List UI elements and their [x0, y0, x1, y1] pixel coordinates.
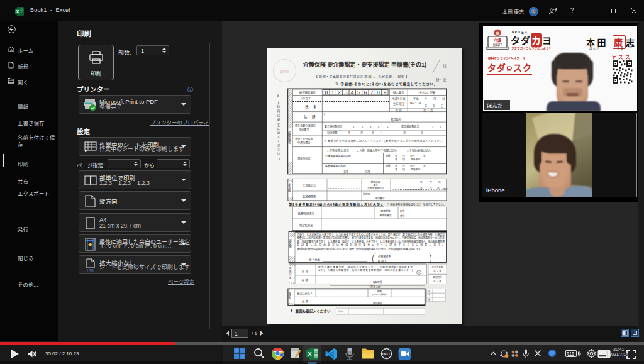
svg-text:診察済自: 診察済自	[371, 180, 380, 184]
svg-text:審査会による判定結果・意見及び主治医意見書を、居宅介護支援事: 審査会による判定結果・意見及び主治医意見書を、居宅介護支援事業者、地域包括支援セ…	[297, 236, 445, 240]
svg-text:〔担当:CM〕: 〔担当:CM〕	[368, 285, 382, 289]
svg-text:住所: 住所	[365, 170, 370, 174]
svg-text:名 称: 名 称	[302, 269, 309, 273]
svg-text:年 ・ 無: 年 ・ 無	[433, 280, 441, 283]
svg-text:被保険者証: 被保険者証	[380, 214, 392, 217]
svg-text:医療機関名: 医療機関名	[303, 194, 316, 199]
svg-text:2 入院・施設入所中(下の欄に記入): 2 入院・施設入所中(下の欄に記入)	[357, 148, 397, 152]
svg-text:(更新申請の場合のみ) 申請から30日以内に認定されない場合: (更新申請の場合のみ) 申請から30日以内に認定されない場合、処分の延期通知等内…	[297, 247, 423, 251]
svg-text:5: 5	[357, 89, 360, 96]
svg-text:氏 名: 氏 名	[305, 104, 319, 109]
svg-text:代理者氏名: 代理者氏名	[378, 255, 391, 259]
svg-text:老人氏名: 老人氏名	[309, 257, 320, 262]
svg-text:調査同伴: 調査同伴	[433, 275, 442, 279]
svg-text:0: 0	[325, 89, 328, 96]
svg-text:年: 年	[425, 96, 428, 101]
svg-text:年: 年	[423, 154, 426, 157]
svg-text:〒: 〒	[323, 113, 326, 116]
svg-text:居宅介護支援事業者・地域包括支援センター・介護保険施設(地域: 居宅介護支援事業者・地域包括支援センター・介護保険施設(地域密着型	[318, 265, 413, 268]
svg-text:年: 年	[420, 180, 423, 184]
svg-text:送付先変更: 送付先変更	[432, 265, 443, 268]
svg-text:※ 申請書(その1)と(その2)をあわせて提出してください。: ※ 申請書(その1)と(その2)をあわせて提出してください。	[335, 82, 437, 87]
svg-text:被保険者番号: 被保険者番号	[299, 91, 316, 95]
svg-text:介護サービス計画又は介護予防サービス計画を作成するために必要: 介護サービス計画又は介護予防サービス計画を作成するために必要があるときは、要介護…	[297, 233, 445, 236]
svg-text:月: 月	[402, 154, 405, 157]
svg-text:(本人との関係): (本人との関係)	[372, 293, 387, 296]
svg-text:7: 7	[370, 89, 374, 96]
svg-text:続柄: 続柄	[377, 290, 382, 293]
svg-text:申請年月日: 申請年月日	[392, 96, 405, 101]
svg-text:主治医氏名: 主治医氏名	[303, 183, 316, 187]
svg-text:付: 付	[443, 63, 447, 69]
svg-text:介護: 介護	[493, 38, 502, 43]
svg-text:月: 月	[403, 131, 406, 135]
svg-text:日: 日	[437, 187, 440, 189]
svg-text:受付印: 受付印	[280, 69, 289, 74]
svg-text:年: 年	[395, 164, 397, 167]
svg-text:の結果等: の結果等	[299, 128, 309, 131]
svg-text:9: 9	[384, 89, 387, 96]
svg-text:要支援状態区分: 要支援状態区分	[401, 124, 419, 128]
svg-text:8: 8	[377, 89, 380, 96]
svg-text:頃: 頃	[402, 168, 405, 171]
svg-text:個人番号: 個人番号	[393, 91, 404, 95]
svg-text:所在地: 所在地	[363, 192, 370, 196]
svg-text:介護保険施設等の名称: 介護保険施設等の名称	[325, 154, 351, 158]
svg-text:1 自宅(在宅)に居住: 1 自宅(在宅)に居住	[327, 148, 349, 152]
svg-text:申請の理由: 申請の理由	[297, 141, 310, 145]
svg-text:【 新規・至支援者の要介護認定(新規) 、 区分変更 、 更: 【 新規・至支援者の要介護認定(新規) 、 区分変更 、 更新 】	[314, 74, 409, 79]
svg-text:窓口に来た人: 窓口に来た人	[297, 291, 313, 295]
svg-text:(その2)に記載: (その2)に記載	[419, 91, 436, 95]
svg-text:被保険者: 被保険者	[287, 131, 291, 145]
svg-text:日〜: 日〜	[410, 155, 415, 157]
svg-text:第2号被保険者(40歳から64歳の医療保険加入者)のみ記入: 第2号被保険者(40歳から64歳の医療保険加入者)のみ記入	[289, 202, 383, 207]
svg-text:1: 1	[331, 89, 335, 96]
svg-text:無料IT: 無料IT	[493, 43, 502, 47]
svg-text:生年月日: 生年月日	[393, 102, 404, 106]
svg-text:年: 年	[425, 104, 428, 108]
svg-text:性 別: 性 別	[396, 108, 402, 113]
svg-text:電話番号: 電話番号	[375, 197, 385, 200]
svg-text:記号: 記号	[400, 209, 405, 212]
svg-text:6: 6	[364, 89, 367, 96]
svg-text:平成: 平成	[413, 96, 419, 101]
svg-text:フリガナ: フリガナ	[300, 96, 311, 101]
svg-text:介護保険 要介護認定・要支援認定 申請書(その1): 介護保険 要介護認定・要支援認定 申請書(その1)	[303, 61, 426, 68]
svg-text:主治医: 主治医	[287, 182, 291, 192]
svg-text:電話番号: 電話番号	[391, 118, 401, 122]
svg-text:男 ・ 女: 男 ・ 女	[423, 108, 433, 113]
svg-text:期間: 期間	[386, 164, 391, 167]
svg-text:申請者: 申請者	[288, 291, 291, 300]
svg-text:〜: 〜	[380, 131, 383, 135]
svg-text:月: 月	[395, 158, 397, 161]
svg-text:年 ・ 無: 年 ・ 無	[433, 270, 441, 273]
svg-text:月: 月	[430, 186, 432, 189]
svg-text:続 柄 (: 続 柄 (	[378, 259, 386, 263]
svg-text:※ 医療保険被保険者証のコピーも添付して下さい。: ※ 医療保険被保険者証のコピーも添付して下さい。	[387, 202, 446, 206]
svg-text:日: 日	[421, 131, 423, 135]
svg-text:100: 100	[86, 268, 94, 273]
svg-text:年: 年	[348, 131, 350, 135]
svg-text:住 所: 住 所	[302, 279, 309, 283]
svg-text:退院予定: 退院予定	[411, 168, 420, 171]
svg-text:DELL: DELL	[382, 352, 391, 356]
svg-text:新・変: 新・変	[436, 77, 447, 82]
svg-text:期間: 期間	[386, 154, 391, 157]
svg-text:年: 年	[420, 186, 423, 189]
svg-text:月: 月	[360, 131, 363, 135]
svg-text:印: 印	[418, 271, 420, 274]
svg-text:X: X	[16, 9, 19, 14]
svg-text:退所予定: 退所予定	[411, 158, 420, 161]
svg-text:3: 3	[345, 89, 348, 96]
svg-text:要介護状態区分: 要介護状態区分	[325, 124, 343, 128]
svg-text:日〜: 日〜	[410, 165, 415, 167]
svg-text:問至: 問至	[338, 310, 343, 313]
svg-text:住 所: 住 所	[304, 114, 318, 119]
svg-text:住 所: 住 所	[302, 299, 309, 304]
svg-text:有効期間: 有効期間	[327, 131, 337, 135]
svg-text:名称: 名称	[343, 170, 348, 174]
svg-text:頃: 頃	[402, 158, 405, 161]
svg-text:日: 日	[438, 181, 441, 184]
svg-text:次回診察予定日: 次回診察予定日	[367, 187, 384, 190]
svg-text:年: 年	[395, 154, 397, 157]
